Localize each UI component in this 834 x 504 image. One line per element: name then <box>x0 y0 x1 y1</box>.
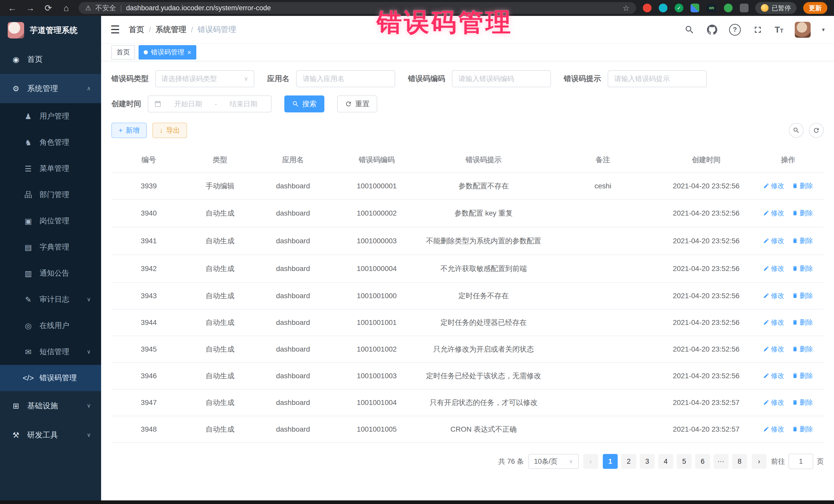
update-button[interactable]: 更新 <box>803 2 827 14</box>
date-range-picker[interactable]: 开始日期 - 结束日期 <box>148 95 271 112</box>
app-logo[interactable]: 芋道管理系统 <box>0 16 101 45</box>
edit-link[interactable]: 修改 <box>763 291 784 300</box>
delete-link[interactable]: 删除 <box>792 291 813 300</box>
delete-link[interactable]: 删除 <box>792 264 813 273</box>
breadcrumb-item[interactable]: 首页 <box>129 24 144 35</box>
edit-link[interactable]: 修改 <box>763 425 784 434</box>
avatar-caret-icon[interactable]: ▾ <box>822 26 825 33</box>
org-tree-icon: 品 <box>23 190 34 200</box>
reload-icon[interactable]: ⟳ <box>43 3 54 13</box>
edit-pencil-icon <box>763 238 769 244</box>
tab-首页[interactable]: 首页 <box>111 45 135 60</box>
cell-time: 2021-04-20 23:52:57 <box>660 389 753 416</box>
export-button[interactable]: ↓ 导出 <box>152 123 187 138</box>
dashboard-icon: ◉ <box>10 55 22 64</box>
sidebar-item-online-user[interactable]: ◎ 在线用户 <box>0 312 101 339</box>
edit-pencil-icon <box>763 183 769 189</box>
edit-link[interactable]: 修改 <box>763 371 784 380</box>
cell-type: 自动生成 <box>186 283 254 309</box>
delete-link[interactable]: 删除 <box>792 371 813 380</box>
font-size-icon[interactable]: TT <box>775 25 784 35</box>
extension-icon-red[interactable] <box>643 4 652 12</box>
sidebar-item-dict[interactable]: ▤ 字典管理 <box>0 234 101 260</box>
delete-link[interactable]: 删除 <box>792 209 813 218</box>
tab-错误码管理[interactable]: 错误码管理× <box>138 45 196 60</box>
user-avatar[interactable] <box>795 22 811 38</box>
sidebar-item-error-code[interactable]: </> 错误码管理 <box>0 365 101 391</box>
cell-actions: 修改 删除 <box>752 363 824 389</box>
sidebar-item-menu[interactable]: ☰ 菜单管理 <box>0 155 101 182</box>
extension-icon-leaf[interactable] <box>724 4 733 12</box>
pager-page-8[interactable]: 8 <box>732 454 747 469</box>
pager-page-3[interactable]: 3 <box>640 454 655 469</box>
search-icon[interactable] <box>684 24 695 36</box>
sidebar-item-system[interactable]: ⚙ 系统管理 ∧ <box>0 74 101 103</box>
pager-page-1[interactable]: 1 <box>603 454 618 469</box>
forward-icon[interactable]: → <box>25 3 36 13</box>
tab-close-icon[interactable]: × <box>187 49 191 56</box>
sidebar-item-user[interactable]: ♟ 用户管理 <box>0 103 101 129</box>
delete-link[interactable]: 删除 <box>792 345 813 354</box>
sidebar-item-post[interactable]: ▣ 岗位管理 <box>0 208 101 234</box>
sidebar-item-sms[interactable]: ✉ 短信管理 ∨ <box>0 339 101 365</box>
page-size-select[interactable]: 10条/页 ∨ <box>528 454 579 469</box>
edit-link[interactable]: 修改 <box>763 181 784 191</box>
pager-more[interactable]: ⋯ <box>714 454 728 469</box>
toolbar-right <box>789 123 824 138</box>
delete-link[interactable]: 删除 <box>792 236 813 245</box>
delete-link[interactable]: 删除 <box>792 318 813 327</box>
goto-page-input[interactable] <box>789 454 813 469</box>
pager-page-5[interactable]: 5 <box>677 454 692 469</box>
sidebar-item-audit-log[interactable]: ✎ 审计日志 ∨ <box>0 286 101 312</box>
app-name-input[interactable] <box>302 75 389 83</box>
pager-page-2[interactable]: 2 <box>621 454 636 469</box>
next-page-button[interactable]: › <box>752 454 767 469</box>
search-button[interactable]: 搜索 <box>284 95 324 112</box>
edit-link[interactable]: 修改 <box>763 209 784 218</box>
edit-link[interactable]: 修改 <box>763 318 784 327</box>
bookmark-star-icon[interactable]: ☆ <box>622 4 630 13</box>
edit-link[interactable]: 修改 <box>763 398 784 407</box>
edit-link[interactable]: 修改 <box>763 236 784 245</box>
collapse-sidebar-icon[interactable]: ☰ <box>110 23 120 36</box>
sidebar-item-dev-tool[interactable]: ⚒ 研发工具 ∨ <box>0 420 101 450</box>
reset-button[interactable]: 重置 <box>337 95 377 112</box>
github-icon[interactable] <box>706 24 718 36</box>
prev-page-button[interactable]: ‹ <box>583 454 598 469</box>
sidebar-item-dept[interactable]: 品 部门管理 <box>0 182 101 208</box>
pager-page-6[interactable]: 6 <box>695 454 710 469</box>
error-msg-input[interactable] <box>614 75 701 83</box>
extensions-puzzle-icon[interactable] <box>740 4 749 12</box>
sidebar-item-home[interactable]: ◉ 首页 <box>0 45 101 74</box>
fullscreen-icon[interactable] <box>752 24 764 36</box>
back-icon[interactable]: ← <box>7 3 18 13</box>
delete-link[interactable]: 删除 <box>792 398 813 407</box>
refresh-table-icon[interactable] <box>809 123 824 138</box>
sidebar-item-infra[interactable]: ⊞ 基础设施 ∨ <box>0 391 101 420</box>
extension-icon-teal[interactable] <box>659 4 667 12</box>
paused-badge[interactable]: 已暂停 <box>755 2 796 14</box>
cell-type: 自动生成 <box>186 336 254 363</box>
toggle-search-icon[interactable] <box>789 123 804 138</box>
edit-link[interactable]: 修改 <box>763 264 784 273</box>
pager-page-4[interactable]: 4 <box>658 454 673 469</box>
address-bar[interactable]: ⚠ 不安全 | dashboard.yudao.iocoder.cn/syste… <box>79 2 636 14</box>
sidebar-item-role[interactable]: ♞ 角色管理 <box>0 129 101 155</box>
error-msg-input-wrap <box>608 70 707 87</box>
delete-link[interactable]: 删除 <box>792 181 813 191</box>
home-icon[interactable]: ⌂ <box>61 3 72 13</box>
error-type-select[interactable]: 请选择错误码类型 ∨ <box>155 70 254 87</box>
edit-link[interactable]: 修改 <box>763 345 784 354</box>
cell-type: 自动生成 <box>186 309 254 336</box>
sidebar-item-notice[interactable]: ▥ 通知公告 <box>0 260 101 286</box>
extension-icon-green-check[interactable]: ✓ <box>675 4 683 12</box>
extension-icon-grid[interactable] <box>690 4 699 12</box>
error-code-table: 编号 类型 应用名 错误码编码 错误码提示 备注 创建时间 操作 3939 手动… <box>111 147 824 443</box>
add-button[interactable]: + 新增 <box>111 123 147 138</box>
error-code-input[interactable] <box>458 75 545 83</box>
cell-msg: 只允许修改为开启或者关闭状态 <box>421 336 546 363</box>
help-icon[interactable]: ? <box>729 24 741 36</box>
breadcrumb-item[interactable]: 系统管理 <box>155 24 186 35</box>
extension-icon-on-badge[interactable]: on <box>706 4 717 12</box>
delete-link[interactable]: 删除 <box>792 425 813 434</box>
